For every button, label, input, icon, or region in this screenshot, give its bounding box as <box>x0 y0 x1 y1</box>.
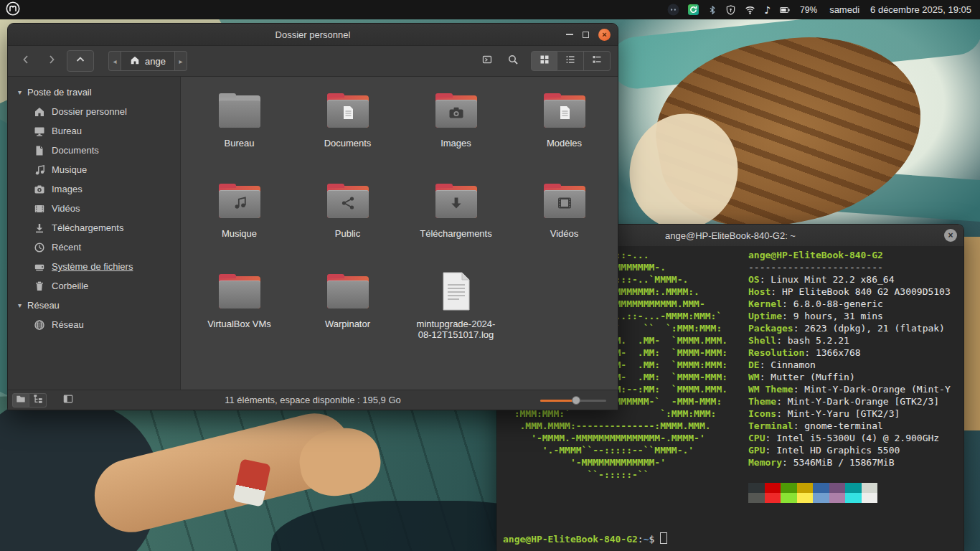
sidebar-item-label: Musique <box>52 164 87 175</box>
maximize-button[interactable] <box>583 32 589 38</box>
text-file-icon <box>441 272 471 311</box>
palette-swatch <box>765 483 781 493</box>
panel-clock[interactable]: samedi6 décembre 2025, 19:05 <box>829 4 971 15</box>
list-view-button[interactable] <box>557 51 584 71</box>
share-emblem-icon <box>341 196 355 210</box>
minimize-button[interactable] <box>566 34 573 35</box>
battery-tray-icon[interactable] <box>778 5 792 15</box>
battery-percent: 79% <box>800 5 817 15</box>
neofetch-line-kernel: Kernel: 6.8.0-88-generic <box>748 298 951 310</box>
icon-view-button[interactable] <box>531 51 557 71</box>
sidebar-item-label: Documents <box>52 145 99 156</box>
neofetch-info: ange@HP-EliteBook-840-G2 ---------------… <box>748 249 951 503</box>
file-item-bureau[interactable]: Bureau <box>185 87 293 177</box>
file-item-documents[interactable]: Documents <box>293 87 402 177</box>
folder-icon <box>327 93 369 128</box>
firewall-shield-tray-icon[interactable] <box>725 4 736 16</box>
sidebar-item-bureau[interactable]: Bureau <box>8 121 180 141</box>
chevron-right-icon <box>46 54 57 68</box>
compact-view-button[interactable] <box>584 51 611 71</box>
file-item-videos[interactable]: Vidéos <box>510 177 618 268</box>
nemo-sidebar: ▾Poste de travailDossier personnelBureau… <box>8 77 181 390</box>
file-manager-window[interactable]: Dossier personnel × ◂ ange ▸ ▾Poste de t… <box>7 23 618 410</box>
path-bar: ◂ ange ▸ <box>108 51 187 71</box>
neofetch-line-packages: Packages: 2623 (dpkg), 21 (flatpak) <box>748 322 951 334</box>
sidebar-section-poste-de-travail[interactable]: ▾Poste de travail <box>8 83 180 102</box>
file-item-label: Téléchargements <box>420 228 491 239</box>
discord-tray-icon[interactable] <box>667 4 679 16</box>
sidebar-item-telechargements[interactable]: Téléchargements <box>8 218 180 237</box>
note-emblem-icon <box>232 196 247 210</box>
sidebar-item-musique[interactable]: Musique <box>8 160 180 179</box>
zoom-slider-knob[interactable] <box>572 396 580 405</box>
zoom-slider[interactable] <box>540 395 606 405</box>
palette-swatch <box>797 483 814 493</box>
compact-view-icon <box>591 54 603 68</box>
toggle-sidebar-button[interactable] <box>60 393 77 408</box>
close-button[interactable]: × <box>598 29 611 41</box>
sidebar-item-reseau[interactable]: Réseau <box>8 315 180 334</box>
file-item-modeles[interactable]: Modèles <box>510 87 618 177</box>
wifi-tray-icon[interactable] <box>744 4 756 15</box>
media-player-tray-icon[interactable]: ♪ <box>764 4 771 16</box>
palette-swatch <box>781 493 797 503</box>
show-treeview-button[interactable] <box>29 393 47 408</box>
sidebar-item-documents[interactable]: Documents <box>8 141 180 160</box>
mint-menu-button[interactable] <box>0 0 26 19</box>
down-emblem-icon <box>449 196 463 210</box>
file-item-virtualbox-vms[interactable]: VirtualBox VMs <box>185 268 293 358</box>
file-item-mintupgrade-2024-08-12t151017-log[interactable]: mintupgrade-2024-08-12T151017.log <box>402 268 510 358</box>
up-button[interactable] <box>67 50 94 72</box>
forward-button[interactable] <box>41 51 62 71</box>
sidebar-section-reseau[interactable]: ▾Réseau <box>8 296 180 315</box>
palette-swatch <box>845 493 862 503</box>
file-item-telechargements[interactable]: Téléchargements <box>402 177 510 268</box>
sidebar-item-corbeille[interactable]: Corbeille <box>8 276 180 296</box>
file-item-label: Images <box>440 138 471 149</box>
folder-icon <box>219 274 260 309</box>
system-tray: ♪ 79% samedi6 décembre 2025, 19:05 <box>667 4 980 16</box>
file-item-label: Documents <box>324 138 372 149</box>
sidebar-item-systeme-de-fichiers[interactable]: Système de fichiers <box>8 257 180 276</box>
sidebar-item-videos[interactable]: Vidéos <box>8 199 180 218</box>
terminal-prompt: ange@HP-EliteBook-840-G2:~$ <box>503 532 667 545</box>
back-button[interactable] <box>15 51 37 71</box>
sidebar-item-dossier-personnel[interactable]: Dossier personnel <box>8 102 180 121</box>
palette-swatch <box>862 493 878 503</box>
sidebar-item-recent[interactable]: Récent <box>8 237 180 257</box>
path-scroll-left-button[interactable]: ◂ <box>108 51 121 71</box>
network-icon <box>34 319 45 331</box>
file-item-musique[interactable]: Musique <box>185 177 293 268</box>
show-places-button[interactable] <box>12 393 29 408</box>
palette-swatch <box>829 483 846 493</box>
clock-day: samedi <box>829 4 859 15</box>
file-item-images[interactable]: Images <box>402 87 510 177</box>
nemo-content-area[interactable]: BureauDocumentsImagesModèlesMusiquePubli… <box>181 77 618 390</box>
recent-icon <box>34 242 45 253</box>
path-scroll-right-button[interactable]: ▸ <box>175 51 187 71</box>
toggle-location-entry-button[interactable] <box>476 51 498 71</box>
bluetooth-tray-icon[interactable] <box>707 4 717 16</box>
nemo-titlebar[interactable]: Dossier personnel × <box>8 24 618 46</box>
sidebar-toggle-icon <box>63 394 73 407</box>
neofetch-separator: ------------------------ <box>748 261 951 273</box>
neofetch-line-memory: Memory: 5346MiB / 15867MiB <box>748 456 951 468</box>
folder-icon <box>219 184 260 218</box>
sidebar-item-images[interactable]: Images <box>8 179 180 199</box>
folder-icon <box>544 93 585 128</box>
terminal-window-title: ange@HP-EliteBook-840-G2: ~ <box>665 230 796 241</box>
terminal-close-button[interactable]: × <box>944 229 957 242</box>
file-item-warpinator[interactable]: Warpinator <box>293 268 402 358</box>
neofetch-line-icons: Icons: Mint-Y-Yaru [GTK2/3] <box>748 408 951 420</box>
neofetch-line-de: DE: Cinnamon <box>748 359 951 371</box>
neofetch-info-lines: OS: Linux Mint 22.2 x86_64Host: HP Elite… <box>748 273 951 468</box>
neofetch-line-terminal: Terminal: gnome-terminal <box>748 420 951 432</box>
neofetch-line-theme: Theme: Mint-Y-Dark-Orange [GTK2/3] <box>748 395 951 408</box>
file-item-label: Public <box>335 228 360 239</box>
file-item-public[interactable]: Public <box>293 177 402 268</box>
top-panel: ♪ 79% samedi6 décembre 2025, 19:05 <box>0 0 980 19</box>
search-button[interactable] <box>502 51 524 71</box>
path-segment-home[interactable]: ange <box>121 51 175 71</box>
update-manager-tray-icon[interactable] <box>687 4 699 16</box>
camera-emblem-icon <box>448 105 464 120</box>
